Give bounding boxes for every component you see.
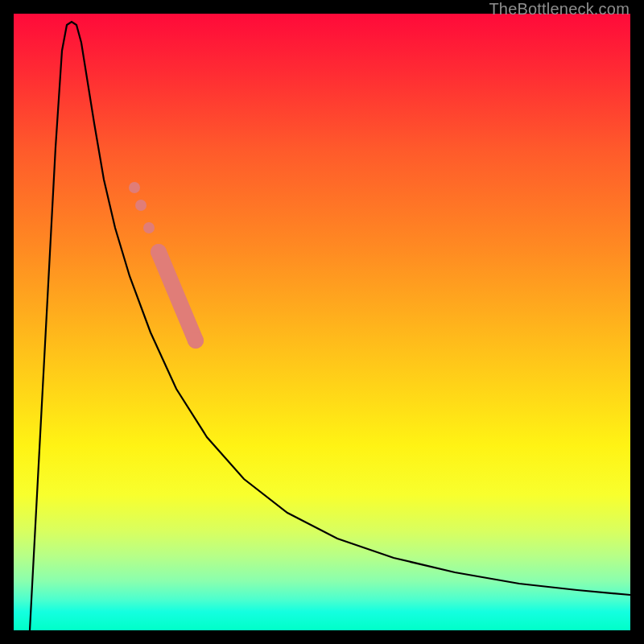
chart-frame: TheBottleneck.com bbox=[0, 0, 644, 644]
data-segment-start bbox=[151, 244, 167, 260]
plot-area bbox=[14, 14, 630, 630]
bottleneck-curve bbox=[30, 22, 630, 630]
data-segment-end bbox=[188, 332, 204, 349]
highlight-segment bbox=[159, 252, 196, 341]
chart-svg bbox=[14, 14, 630, 630]
data-point bbox=[135, 200, 147, 211]
data-point bbox=[143, 222, 155, 233]
data-point bbox=[129, 182, 140, 193]
attribution-text: TheBottleneck.com bbox=[489, 0, 630, 18]
